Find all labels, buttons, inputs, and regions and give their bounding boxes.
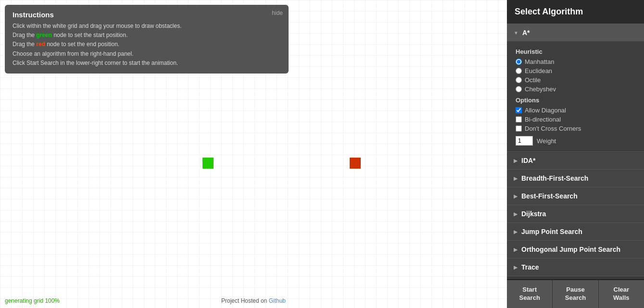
sidebar-header: Select Algorithm — [507, 0, 644, 24]
algo-item-astar: ▼ A* Heuristic Manhattan Euclidean — [507, 24, 644, 152]
chevron-right-icon-trace: ▶ — [514, 265, 518, 270]
algo-header-dijkstra[interactable]: ▶ Dijkstra — [507, 205, 644, 222]
chevron-down-icon: ▼ — [514, 30, 518, 36]
clear-walls-button[interactable]: ClearWalls — [599, 280, 644, 308]
heuristic-label: Heuristic — [516, 48, 635, 55]
algo-label-bfs: Breadth-First-Search — [521, 174, 588, 182]
algo-item-ojps: ▶ Orthogonal Jump Point Search — [507, 241, 644, 259]
algo-content-astar: Heuristic Manhattan Euclidean Octile — [507, 41, 644, 151]
algo-item-trace: ▶ Trace — [507, 259, 644, 276]
checkbox-dont-cross-corners[interactable]: Don't Cross Corners — [516, 125, 635, 132]
algo-item-jps: ▶ Jump Point Search — [507, 223, 644, 241]
grid-area[interactable]: Instructions hide Click within the white… — [0, 0, 507, 308]
algo-label-ojps: Orthogonal Jump Point Search — [521, 246, 620, 253]
hide-button[interactable]: hide — [272, 10, 283, 16]
end-node[interactable] — [350, 158, 361, 169]
start-node[interactable] — [202, 158, 214, 169]
algo-item-idastar: ▶ IDA* — [507, 152, 644, 170]
algo-label-idastar: IDA* — [521, 157, 536, 164]
options-checkbox-group: Allow Diagonal Bi-directional Don't Cros… — [516, 107, 635, 132]
github-link[interactable]: Github — [269, 297, 286, 304]
weight-input[interactable] — [516, 136, 533, 146]
chevron-right-icon-bestfs: ▶ — [514, 194, 518, 199]
bottom-buttons: StartSearch PauseSearch ClearWalls — [507, 279, 644, 308]
instructions-text: Click within the white grid and drag you… — [13, 22, 281, 68]
algo-label-jps: Jump Point Search — [521, 228, 582, 235]
status-bar: generating grid 100% — [5, 297, 60, 304]
instructions-panel: Instructions hide Click within the white… — [5, 5, 289, 74]
chevron-right-icon: ▶ — [514, 158, 518, 163]
algo-label-dijkstra: Dijkstra — [521, 210, 546, 218]
algo-header-idastar[interactable]: ▶ IDA* — [507, 152, 644, 169]
radio-euclidean[interactable]: Euclidean — [516, 67, 635, 74]
pause-search-button[interactable]: PauseSearch — [553, 280, 598, 308]
chevron-right-icon-bfs: ▶ — [514, 176, 518, 181]
checkbox-allow-diagonal[interactable]: Allow Diagonal — [516, 107, 635, 114]
algo-header-bfs[interactable]: ▶ Breadth-First-Search — [507, 170, 644, 187]
chevron-right-icon-dijkstra: ▶ — [514, 211, 518, 217]
footer-credit: Project Hosted on Github — [221, 297, 286, 304]
algo-header-trace[interactable]: ▶ Trace — [507, 259, 644, 276]
radio-octile-input[interactable] — [516, 77, 522, 83]
algorithm-list: ▼ A* Heuristic Manhattan Euclidean — [507, 24, 644, 279]
chevron-right-icon-ojps: ▶ — [514, 247, 518, 252]
checkbox-bidirectional-input[interactable] — [516, 116, 522, 123]
weight-row: Weight — [516, 136, 635, 146]
start-search-button[interactable]: StartSearch — [507, 280, 553, 308]
radio-euclidean-input[interactable] — [516, 68, 522, 74]
algo-item-bfs: ▶ Breadth-First-Search — [507, 170, 644, 187]
algo-item-bestfs: ▶ Best-First-Search — [507, 187, 644, 205]
radio-manhattan[interactable]: Manhattan — [516, 58, 635, 65]
checkbox-bidirectional[interactable]: Bi-directional — [516, 116, 635, 123]
radio-octile[interactable]: Octile — [516, 76, 635, 84]
radio-chebyshev[interactable]: Chebyshev — [516, 86, 635, 93]
checkbox-dont-cross-corners-input[interactable] — [516, 125, 522, 132]
algo-label-astar: A* — [522, 29, 530, 37]
radio-chebyshev-input[interactable] — [516, 86, 522, 92]
algo-label-trace: Trace — [521, 263, 539, 271]
checkbox-allow-diagonal-input[interactable] — [516, 107, 522, 113]
chevron-right-icon-jps: ▶ — [514, 229, 518, 234]
algo-header-jps[interactable]: ▶ Jump Point Search — [507, 223, 644, 240]
algo-label-bestfs: Best-First-Search — [521, 192, 578, 200]
algo-header-astar[interactable]: ▼ A* — [507, 24, 644, 41]
algo-header-ojps[interactable]: ▶ Orthogonal Jump Point Search — [507, 241, 644, 258]
instructions-title: Instructions — [13, 11, 281, 19]
sidebar: Select Algorithm ▼ A* Heuristic Manhatta… — [507, 0, 644, 308]
algo-item-dijkstra: ▶ Dijkstra — [507, 205, 644, 223]
heuristic-radio-group: Manhattan Euclidean Octile Chebyshev — [516, 58, 635, 93]
algo-header-bestfs[interactable]: ▶ Best-First-Search — [507, 187, 644, 205]
options-label: Options — [516, 97, 635, 104]
radio-manhattan-input[interactable] — [516, 59, 522, 65]
weight-label: Weight — [537, 137, 556, 145]
